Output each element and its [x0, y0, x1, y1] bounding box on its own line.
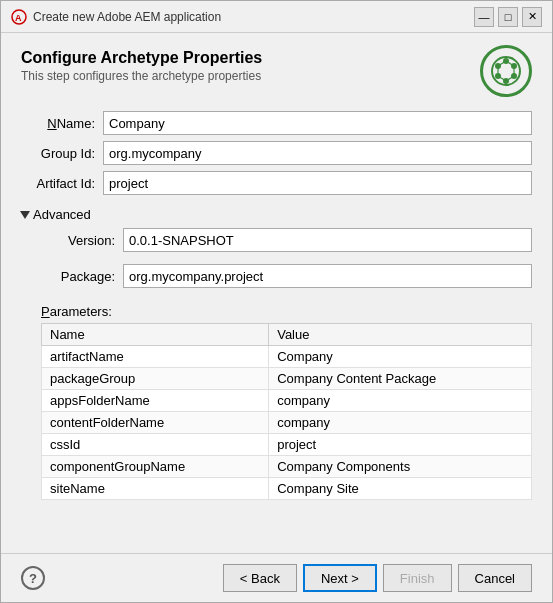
table-row: siteNameCompany Site [42, 478, 532, 500]
artifact-id-row: Artifact Id: [21, 171, 532, 195]
package-label: Package: [41, 269, 123, 284]
logo-circle [480, 45, 532, 97]
param-name-cell: packageGroup [42, 368, 269, 390]
advanced-section: Advanced Version: Package: [21, 207, 532, 500]
window-title: Create new Adobe AEM application [33, 10, 221, 24]
param-value-cell: Company Site [269, 478, 532, 500]
back-button[interactable]: < Back [223, 564, 297, 592]
advanced-label: Advanced [33, 207, 91, 222]
main-window: A Create new Adobe AEM application — □ ✕… [0, 0, 553, 603]
page-title: Configure Archetype Properties [21, 49, 262, 67]
package-input[interactable] [123, 264, 532, 288]
version-label: Version: [41, 233, 123, 248]
maximize-button[interactable]: □ [498, 7, 518, 27]
package-row: Package: [41, 264, 532, 288]
titlebar: A Create new Adobe AEM application — □ ✕ [1, 1, 552, 33]
form-section: NName: Group Id: Artifact Id: [21, 111, 532, 543]
name-label: NName: [21, 116, 103, 131]
param-name-cell: artifactName [42, 346, 269, 368]
param-value-cell: company [269, 390, 532, 412]
param-name-cell: appsFolderName [42, 390, 269, 412]
artifact-id-label: Artifact Id: [21, 176, 103, 191]
name-row: NName: [21, 111, 532, 135]
titlebar-controls: — □ ✕ [474, 7, 542, 27]
aem-logo [488, 53, 524, 89]
content-area: Configure Archetype Properties This step… [1, 33, 552, 553]
col-value-header: Value [269, 324, 532, 346]
param-value-cell: Company Components [269, 456, 532, 478]
param-value-cell: Company Content Package [269, 368, 532, 390]
app-icon: A [11, 9, 27, 25]
table-row: cssIdproject [42, 434, 532, 456]
advanced-toggle[interactable]: Advanced [21, 207, 532, 222]
footer: ? < Back Next > Finish Cancel [1, 553, 552, 602]
table-row: artifactNameCompany [42, 346, 532, 368]
svg-text:A: A [15, 13, 22, 23]
help-button[interactable]: ? [21, 566, 45, 590]
param-value-cell: project [269, 434, 532, 456]
table-row: packageGroupCompany Content Package [42, 368, 532, 390]
close-button[interactable]: ✕ [522, 7, 542, 27]
version-row: Version: [41, 228, 532, 252]
footer-left: ? [21, 566, 45, 590]
cancel-button[interactable]: Cancel [458, 564, 532, 592]
artifact-id-input[interactable] [103, 171, 532, 195]
param-name-cell: componentGroupName [42, 456, 269, 478]
param-value-cell: Company [269, 346, 532, 368]
footer-right: < Back Next > Finish Cancel [223, 564, 532, 592]
header-text: Configure Archetype Properties This step… [21, 49, 262, 83]
advanced-fields: Version: Package: Parameters: [21, 228, 532, 500]
version-input[interactable] [123, 228, 532, 252]
finish-button[interactable]: Finish [383, 564, 452, 592]
collapse-icon [20, 211, 30, 219]
table-row: contentFolderNamecompany [42, 412, 532, 434]
parameters-table: Name Value artifactNameCompanypackageGro… [41, 323, 532, 500]
group-id-row: Group Id: [21, 141, 532, 165]
minimize-button[interactable]: — [474, 7, 494, 27]
param-name-cell: siteName [42, 478, 269, 500]
table-row: appsFolderNamecompany [42, 390, 532, 412]
col-name-header: Name [42, 324, 269, 346]
page-subtitle: This step configures the archetype prope… [21, 69, 262, 83]
parameters-label: Parameters: [41, 304, 532, 319]
param-name-cell: contentFolderName [42, 412, 269, 434]
name-input[interactable] [103, 111, 532, 135]
header-row: Configure Archetype Properties This step… [21, 49, 532, 97]
next-button[interactable]: Next > [303, 564, 377, 592]
param-value-cell: company [269, 412, 532, 434]
parameters-section: Parameters: Name Value artifactNameCompa… [41, 304, 532, 500]
param-name-cell: cssId [42, 434, 269, 456]
titlebar-left: A Create new Adobe AEM application [11, 9, 221, 25]
group-id-input[interactable] [103, 141, 532, 165]
table-row: componentGroupNameCompany Components [42, 456, 532, 478]
group-id-label: Group Id: [21, 146, 103, 161]
